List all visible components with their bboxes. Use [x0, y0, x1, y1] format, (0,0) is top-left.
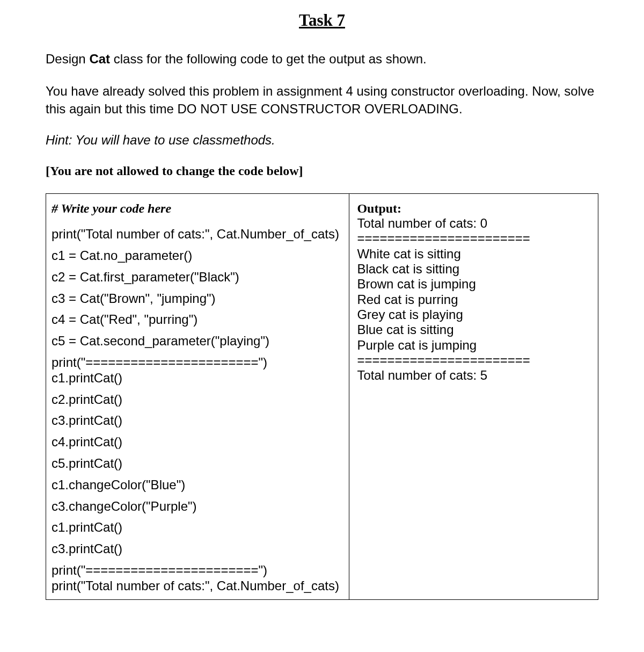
- code-line: c1 = Cat.no_parameter(): [52, 248, 343, 264]
- code-line: c3.printCat(): [52, 413, 343, 429]
- output-line: Total number of cats: 5: [357, 368, 591, 383]
- output-line: Red cat is purring: [357, 292, 591, 307]
- intro-suffix: class for the following code to get the …: [110, 52, 427, 66]
- code-line: c3.changeColor("Purple"): [52, 499, 343, 515]
- output-line: Total number of cats: 0: [357, 216, 591, 231]
- code-line: c4.printCat(): [52, 434, 343, 450]
- output-column: Output: Total number of cats: 0 ========…: [349, 194, 598, 599]
- task-title: Task 7: [46, 11, 598, 30]
- code-line: c1.printCat(): [52, 371, 343, 386]
- code-column: # Write your code here print("Total numb…: [46, 194, 349, 599]
- explanation-paragraph: You have already solved this problem in …: [46, 83, 598, 118]
- code-output-table: # Write your code here print("Total numb…: [46, 193, 598, 599]
- code-line: c2.printCat(): [52, 392, 343, 408]
- output-line: Black cat is sitting: [357, 262, 591, 277]
- code-line: c2 = Cat.first_parameter("Black"): [52, 270, 343, 285]
- output-line: =======================: [357, 353, 591, 368]
- intro-bold: Cat: [89, 52, 110, 66]
- output-line: Grey cat is playing: [357, 307, 591, 322]
- code-comment: # Write your code here: [52, 201, 343, 216]
- code-line: c1.printCat(): [52, 520, 343, 535]
- output-line: Brown cat is jumping: [357, 277, 591, 292]
- code-line: c4 = Cat("Red", "purring"): [52, 312, 343, 328]
- output-line: Purple cat is jumping: [357, 338, 591, 353]
- output-line: =======================: [357, 231, 591, 246]
- code-line: print("Total number of cats:", Cat.Numbe…: [52, 578, 343, 594]
- intro-prefix: Design: [46, 52, 89, 66]
- restriction-text: [You are not allowed to change the code …: [46, 164, 598, 178]
- code-line: c5 = Cat.second_parameter("playing"): [52, 334, 343, 349]
- hint-text: Hint: You will have to use classmethods.: [46, 133, 598, 148]
- output-header: Output:: [357, 201, 591, 216]
- output-line: White cat is sitting: [357, 247, 591, 262]
- code-line: c5.printCat(): [52, 456, 343, 472]
- output-line: Blue cat is sitting: [357, 322, 591, 337]
- code-line: c3 = Cat("Brown", "jumping"): [52, 291, 343, 307]
- code-line: c3.printCat(): [52, 541, 343, 557]
- intro-paragraph: Design Cat class for the following code …: [46, 50, 598, 68]
- code-line: print("======================="): [52, 355, 343, 371]
- code-line: print("======================="): [52, 563, 343, 578]
- code-line: print("Total number of cats:", Cat.Numbe…: [52, 227, 343, 242]
- code-line: c1.changeColor("Blue"): [52, 477, 343, 493]
